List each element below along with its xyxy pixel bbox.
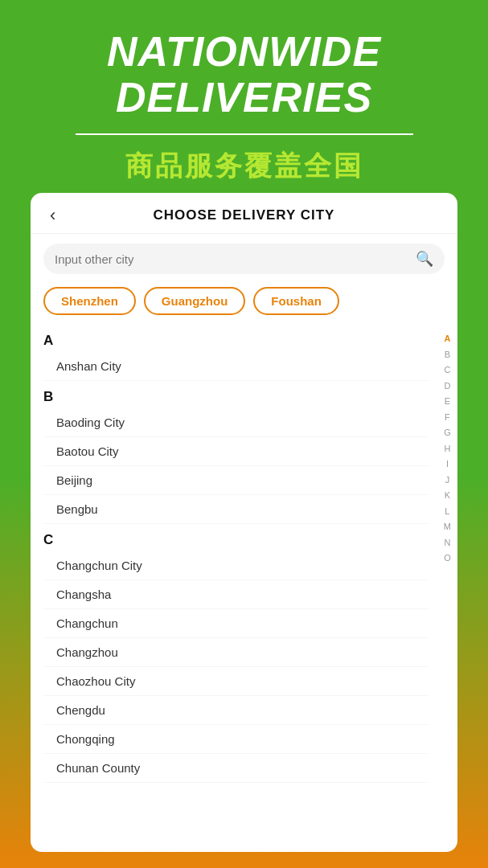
alpha-letter[interactable]: K xyxy=(441,488,453,503)
search-section: 🔍 xyxy=(31,234,457,280)
city-item[interactable]: Changsha xyxy=(43,580,429,609)
section-letter: A xyxy=(43,325,429,352)
search-icon: 🔍 xyxy=(416,250,433,268)
modal-header: ‹ CHOOSE DELIVERY CITY xyxy=(31,193,457,234)
city-item[interactable]: Changchun xyxy=(43,609,429,638)
city-item[interactable]: Chaozhou City xyxy=(43,667,429,696)
subtitle-chinese: 商品服务覆盖全国 xyxy=(0,148,488,185)
city-item[interactable]: Beijing xyxy=(43,466,429,495)
quick-cities: ShenzhenGuangzhouFoushan xyxy=(31,280,457,325)
hero-section: NATIONWIDE DELIVERIES 商品服务覆盖全国 xyxy=(0,0,488,185)
alpha-letter[interactable]: B xyxy=(441,347,453,362)
alpha-letter[interactable]: O xyxy=(441,551,454,566)
alpha-letter[interactable]: F xyxy=(441,410,453,425)
alpha-letter[interactable]: G xyxy=(441,425,454,440)
city-item[interactable]: Bengbu xyxy=(43,495,429,524)
city-item[interactable]: Chengdu xyxy=(43,696,429,725)
divider-line xyxy=(76,133,413,135)
city-item[interactable]: Changchun City xyxy=(43,551,429,580)
alpha-letter[interactable]: E xyxy=(441,394,453,409)
alpha-letter[interactable]: D xyxy=(441,379,453,394)
modal-container: ‹ CHOOSE DELIVERY CITY 🔍 ShenzhenGuangzh… xyxy=(31,193,457,852)
alphabet-index: ABCDEFGHIJKLMNO xyxy=(441,325,454,852)
city-pill[interactable]: Guangzhou xyxy=(144,287,246,315)
section-letter: B xyxy=(43,381,429,408)
city-item[interactable]: Chunan County xyxy=(43,754,429,783)
city-item[interactable]: Baotou City xyxy=(43,437,429,466)
alpha-letter[interactable]: M xyxy=(441,519,454,534)
alpha-letter[interactable]: L xyxy=(441,504,453,519)
section-letter: C xyxy=(43,524,429,551)
city-item[interactable]: Changzhou xyxy=(43,638,429,667)
alpha-letter[interactable]: A xyxy=(441,331,453,346)
city-pill[interactable]: Foushan xyxy=(253,287,339,315)
city-list-container: AAnshan CityBBaoding CityBaotou CityBeij… xyxy=(31,325,457,852)
city-list: AAnshan CityBBaoding CityBaotou CityBeij… xyxy=(31,325,457,783)
city-item[interactable]: Anshan City xyxy=(43,352,429,381)
back-button[interactable]: ‹ xyxy=(43,202,62,229)
search-bar: 🔍 xyxy=(43,244,445,274)
alpha-letter[interactable]: N xyxy=(441,535,453,551)
search-input[interactable] xyxy=(55,252,416,266)
modal-title: CHOOSE DELIVERY CITY xyxy=(154,207,335,223)
city-item[interactable]: Baoding City xyxy=(43,408,429,437)
alpha-letter[interactable]: I xyxy=(443,457,452,472)
alpha-letter[interactable]: C xyxy=(441,362,453,378)
alpha-letter[interactable]: J xyxy=(442,473,453,488)
alpha-letter[interactable]: H xyxy=(441,441,453,457)
city-item[interactable]: Chongqing xyxy=(43,725,429,754)
city-pill[interactable]: Shenzhen xyxy=(43,287,136,315)
main-title: NATIONWIDE DELIVERIES xyxy=(0,29,488,121)
